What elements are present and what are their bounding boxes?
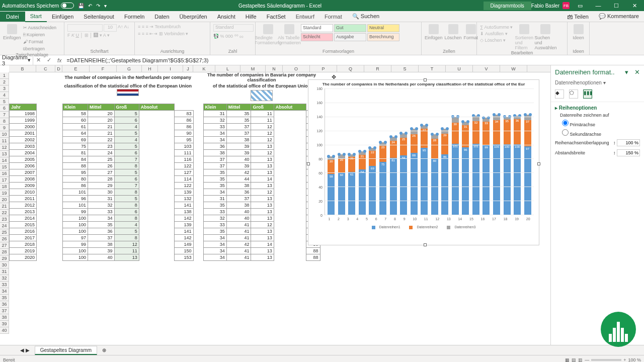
- row-header[interactable]: 17: [0, 177, 9, 184]
- cancel-icon[interactable]: ✕: [33, 57, 44, 63]
- tab-start[interactable]: Start: [25, 11, 47, 22]
- sort-filter-button[interactable]: Sortieren und Filtern: [515, 24, 534, 50]
- row-header[interactable]: 10: [0, 131, 9, 138]
- col-header[interactable]: T: [419, 65, 446, 72]
- table-format-button[interactable]: Als Tabelle formatieren: [280, 24, 299, 45]
- tab-seitenlayout[interactable]: Seitenlayout: [78, 12, 119, 22]
- style-berechnung[interactable]: Berechnung: [367, 33, 399, 41]
- row-header[interactable]: 13: [0, 151, 9, 157]
- new-sheet-icon[interactable]: ⊕: [102, 347, 106, 353]
- avatar[interactable]: FB: [562, 2, 570, 9]
- user-name[interactable]: Fabio Basler: [531, 3, 559, 9]
- save-icon[interactable]: 💾: [78, 3, 84, 9]
- row-header[interactable]: 31: [0, 268, 9, 275]
- chart[interactable]: ✥ The number of companies in the Netherl…: [308, 79, 539, 245]
- col-header[interactable]: J: [183, 65, 193, 72]
- chart-legend[interactable]: Datenreihen1 Datenreihen2 Datenreihen3: [308, 224, 539, 230]
- col-header[interactable]: D: [55, 65, 62, 72]
- pane-close-icon[interactable]: ✕: [634, 68, 640, 76]
- row-header[interactable]: 35: [0, 295, 9, 301]
- worksheet[interactable]: BCDEFGHIJKLMNOPQRSTUVW 12345678910111213…: [0, 65, 550, 345]
- insert-cells-button[interactable]: Einfügen: [425, 24, 443, 40]
- col-header[interactable]: S: [391, 65, 419, 72]
- row-header[interactable]: 39: [0, 321, 9, 327]
- col-header[interactable]: O: [283, 65, 310, 72]
- tab-formeln[interactable]: Formeln: [119, 12, 149, 22]
- fill-button[interactable]: ⬇ Ausfüllen ▾: [480, 31, 513, 37]
- fx-icon[interactable]: fx: [54, 57, 65, 63]
- find-select-button[interactable]: Suchen und Auswählen: [536, 24, 555, 50]
- col-header[interactable]: C: [36, 65, 55, 72]
- col-header[interactable]: R: [364, 65, 391, 72]
- style-ausgabe[interactable]: Ausgabe: [334, 33, 366, 41]
- tab-einfügen[interactable]: Einfügen: [47, 12, 78, 22]
- row-header[interactable]: 4: [0, 92, 9, 99]
- row-header[interactable]: 5: [0, 99, 9, 105]
- share-button[interactable]: 🖄 Teilen: [562, 12, 594, 22]
- col-header[interactable]: H: [142, 65, 158, 72]
- col-header[interactable]: M: [240, 65, 266, 72]
- row-header[interactable]: 25: [0, 229, 9, 236]
- fill-line-icon[interactable]: ◆: [555, 89, 564, 99]
- series-options-icon[interactable]: ▮▮▮: [583, 89, 592, 99]
- zoom-level[interactable]: 100 %: [628, 357, 641, 363]
- sheet-tab[interactable]: Gestapeltes Diagramm: [35, 346, 97, 355]
- col-header[interactable]: Q: [337, 65, 364, 72]
- maximize-icon[interactable]: ☐: [609, 3, 624, 9]
- comments-button[interactable]: 💬 Kommentare: [594, 11, 644, 22]
- minimize-icon[interactable]: —: [591, 3, 606, 9]
- row-header[interactable]: 33: [0, 282, 9, 288]
- row-header[interactable]: 28: [0, 249, 9, 255]
- ideas-button[interactable]: Ideen: [571, 24, 586, 40]
- row-header[interactable]: 26: [0, 236, 9, 242]
- gap-input[interactable]: [617, 149, 640, 156]
- tab-hilfe[interactable]: Hilfe: [240, 12, 262, 22]
- style-standard[interactable]: Standard: [301, 24, 333, 32]
- conditional-format-button[interactable]: Bedingte Formatierung: [259, 24, 278, 45]
- row-header[interactable]: 2: [0, 79, 9, 85]
- row-header[interactable]: 15: [0, 164, 9, 170]
- cut-button[interactable]: ✂ Ausschneiden: [23, 24, 61, 31]
- view-layout-icon[interactable]: ▤: [572, 357, 576, 363]
- view-break-icon[interactable]: ▥: [578, 357, 583, 363]
- row-header[interactable]: 16: [0, 170, 9, 177]
- style-neutral[interactable]: Neutral: [367, 24, 399, 32]
- primary-axis-radio[interactable]: Primärachse: [555, 119, 640, 128]
- col-header[interactable]: U: [446, 65, 473, 72]
- row-header[interactable]: 30: [0, 262, 9, 268]
- row-header[interactable]: 36: [0, 301, 9, 308]
- autosum-button[interactable]: ∑ AutoSumme ▾: [480, 24, 513, 31]
- style-gut[interactable]: Gut: [334, 24, 366, 32]
- col-header[interactable]: E: [62, 65, 90, 72]
- zoom-out-icon[interactable]: —: [585, 357, 589, 363]
- row-header[interactable]: 27: [0, 242, 9, 249]
- close-icon[interactable]: ✕: [627, 3, 642, 9]
- row-header[interactable]: 6: [0, 105, 9, 112]
- row-header[interactable]: 8: [0, 118, 9, 125]
- col-header[interactable]: P: [310, 65, 337, 72]
- secondary-axis-radio[interactable]: Sekundärachse: [555, 128, 640, 138]
- row-header[interactable]: 38: [0, 314, 9, 321]
- ribbon-options-icon[interactable]: ▭: [573, 3, 588, 9]
- row-header[interactable]: 1: [0, 72, 9, 79]
- copy-button[interactable]: ⎘ Kopieren: [23, 31, 61, 38]
- row-header[interactable]: 18: [0, 184, 9, 190]
- tab-entwurf[interactable]: Entwurf: [291, 12, 319, 22]
- col-header[interactable]: W: [500, 65, 527, 72]
- col-header[interactable]: G: [117, 65, 142, 72]
- row-header[interactable]: 19: [0, 190, 9, 197]
- format-painter-button[interactable]: 🖌 Format übertragen: [23, 38, 61, 52]
- tab-daten[interactable]: Daten: [149, 12, 174, 22]
- tab-factset[interactable]: FactSet: [262, 12, 291, 22]
- pane-category-icons[interactable]: ◆ ⬠ ▮▮▮: [551, 86, 644, 102]
- clear-button[interactable]: ◇ Löschen ▾: [480, 37, 513, 44]
- zoom-in-icon[interactable]: +: [623, 357, 626, 363]
- col-header[interactable]: B: [9, 65, 36, 72]
- tab-format[interactable]: Format: [319, 12, 347, 22]
- enter-icon[interactable]: ✓: [44, 57, 54, 63]
- overlap-input[interactable]: [617, 139, 640, 146]
- autosave-toggle[interactable]: Automatisches Speichern: [2, 3, 74, 9]
- col-header[interactable]: N: [266, 65, 283, 72]
- row-header[interactable]: 14: [0, 157, 9, 164]
- row-header[interactable]: 21: [0, 203, 9, 210]
